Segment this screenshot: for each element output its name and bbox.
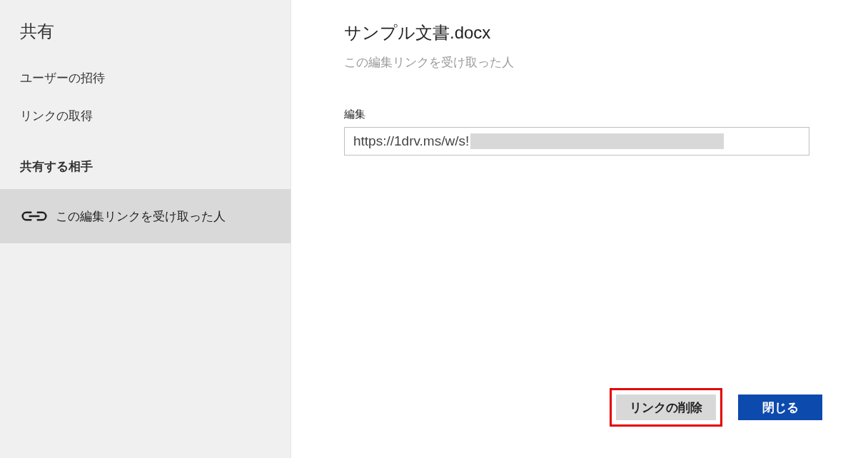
menu-invite-users[interactable]: ユーザーの招待 — [0, 64, 291, 92]
url-field-label: 編集 — [344, 108, 822, 121]
document-title: サンプル文書.docx — [344, 21, 822, 44]
share-url-text: https://1drv.ms/w/s! — [353, 133, 469, 149]
document-subtitle: この編集リンクを受け取った人 — [344, 54, 822, 71]
share-url-input[interactable]: https://1drv.ms/w/s! — [344, 127, 809, 156]
shared-item-edit-link[interactable]: この編集リンクを受け取った人 — [0, 189, 291, 243]
link-icon — [20, 208, 49, 225]
dialog-footer: リンクの削除 閉じる — [610, 388, 822, 427]
shared-with-label: 共有する相手 — [0, 158, 291, 175]
share-url-masked — [470, 133, 724, 149]
close-button[interactable]: 閉じる — [738, 395, 822, 420]
share-sidebar: 共有 ユーザーの招待 リンクの取得 共有する相手 この編集リンクを受け取った人 — [0, 0, 291, 458]
delete-link-button[interactable]: リンクの削除 — [616, 395, 716, 420]
menu-get-link[interactable]: リンクの取得 — [0, 102, 291, 130]
delete-link-highlight: リンクの削除 — [610, 388, 722, 427]
sidebar-title: 共有 — [0, 20, 291, 64]
main-panel: サンプル文書.docx この編集リンクを受け取った人 編集 https://1d… — [291, 0, 868, 458]
shared-item-label: この編集リンクを受け取った人 — [56, 208, 226, 225]
